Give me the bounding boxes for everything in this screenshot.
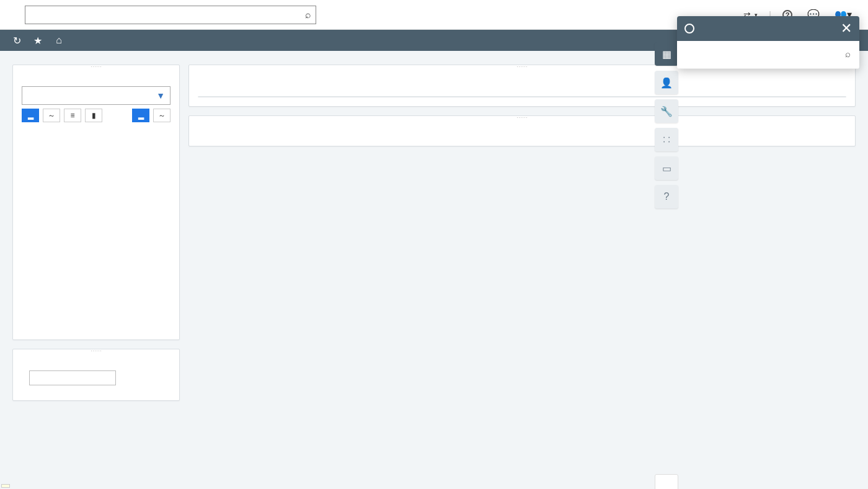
gl-tab-user-icon[interactable]: 👤 bbox=[655, 71, 678, 94]
chart-type-hbar-icon[interactable]: ≡ bbox=[64, 109, 81, 122]
close-icon[interactable]: ✕ bbox=[841, 20, 852, 37]
guided-learning-panel: ✕ ⌕ bbox=[677, 16, 859, 69]
compare-a-icon[interactable]: ▂ bbox=[132, 109, 149, 122]
gl-tab-grid-icon[interactable]: ▦ bbox=[655, 42, 678, 66]
financial-links-title bbox=[13, 354, 179, 367]
nav-home-icon[interactable]: ⌂ bbox=[48, 30, 69, 51]
daily-sales-mode-select[interactable]: ▼ bbox=[22, 86, 170, 105]
search-icon[interactable]: ⌕ bbox=[845, 48, 851, 59]
global-search-input[interactable] bbox=[25, 6, 316, 24]
drag-handle[interactable]: ⋯⋯ bbox=[13, 349, 179, 354]
kpi-title bbox=[189, 70, 855, 83]
daily-sales-chart bbox=[22, 126, 170, 331]
daily-sales-portlet: ⋯⋯ ▼ ▂ ～ ≡ ▮ ▂ bbox=[12, 65, 180, 340]
guided-learning-strip: ▦ 👤 🔧 ⸬ ▭ ? bbox=[655, 42, 678, 489]
guided-search-input[interactable] bbox=[684, 47, 852, 62]
gl-tab-book-icon[interactable]: ▭ bbox=[655, 156, 678, 180]
find-link-input[interactable] bbox=[29, 370, 116, 385]
drag-handle[interactable]: ⋯⋯ bbox=[189, 116, 855, 121]
compare-b-icon[interactable]: ～ bbox=[153, 109, 170, 122]
financial-links-portlet: ⋯⋯ bbox=[12, 349, 180, 401]
gl-tab-wrench-icon[interactable]: 🔧 bbox=[655, 99, 678, 123]
chart-type-line-icon[interactable]: ～ bbox=[43, 109, 60, 122]
chart-type-area-icon[interactable]: ▂ bbox=[22, 109, 39, 122]
search-icon[interactable]: ⌕ bbox=[305, 9, 311, 20]
financials-title bbox=[189, 121, 855, 133]
gl-tab-help-icon[interactable]: ? bbox=[655, 185, 678, 209]
nav-star-icon[interactable]: ★ bbox=[27, 30, 48, 51]
chart-type-bar-icon[interactable]: ▮ bbox=[85, 109, 102, 122]
kpi-portlet: ⋯⋯ bbox=[188, 65, 856, 107]
nav-recent-icon[interactable]: ↻ bbox=[6, 30, 27, 51]
chevron-down-icon: ▼ bbox=[156, 91, 165, 101]
global-search: ⌕ bbox=[25, 6, 316, 24]
ring-icon bbox=[684, 24, 694, 34]
daily-sales-title bbox=[13, 70, 179, 83]
status-bar bbox=[1, 484, 10, 488]
gl-tab-org-icon[interactable]: ⸬ bbox=[655, 128, 678, 151]
kpi-table bbox=[198, 96, 846, 97]
drag-handle[interactable]: ⋯⋯ bbox=[13, 65, 179, 70]
financials-portlet: ⋯⋯ bbox=[188, 115, 856, 146]
gl-collapse-button[interactable] bbox=[655, 474, 678, 489]
